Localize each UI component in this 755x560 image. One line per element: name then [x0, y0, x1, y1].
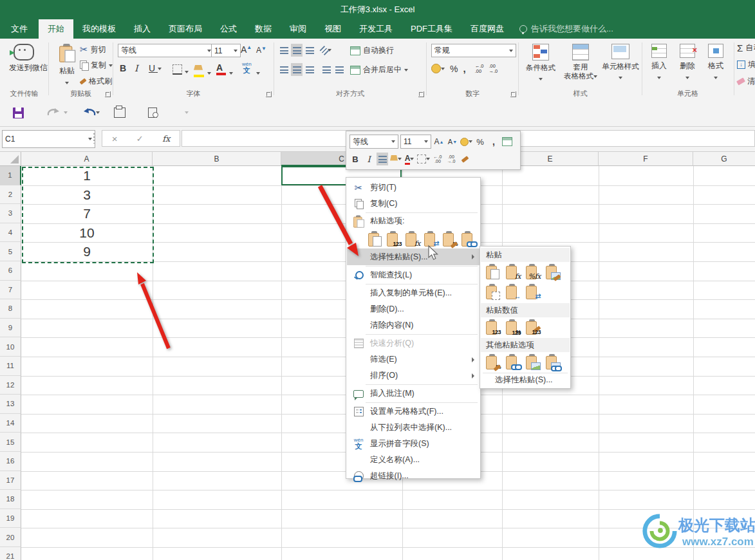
mini-comma-button[interactable]: ,: [488, 135, 499, 148]
gridline-horizontal: [21, 509, 755, 510]
row-header-7[interactable]: 7: [0, 281, 21, 300]
mini-decrease-font-button[interactable]: A▼: [447, 135, 458, 148]
sp-paste[interactable]: [485, 264, 499, 279]
sp-formatting[interactable]: %: [485, 354, 499, 369]
sp-keep-column-widths[interactable]: ↔: [505, 284, 519, 299]
sp-keep-source-formatting[interactable]: [545, 264, 559, 279]
submenu-header-paste-values: 粘贴数值: [481, 303, 570, 317]
row-header-1[interactable]: 1: [0, 166, 21, 185]
sp-values-number-formatting[interactable]: %123: [505, 319, 519, 335]
gridline-vertical: [599, 166, 599, 560]
row-header-12[interactable]: 12: [0, 376, 21, 395]
mini-borders-button[interactable]: [417, 153, 430, 165]
paste-option-formulas[interactable]: fx: [405, 231, 419, 247]
paste-option-transpose[interactable]: ⇄: [424, 231, 438, 247]
menu-item-filter[interactable]: 筛选(E): [347, 351, 480, 368]
row-header-9[interactable]: 9: [0, 319, 21, 338]
cut-icon: ✂: [347, 182, 370, 194]
menu-item-hyperlink[interactable]: 超链接(I)...: [347, 468, 480, 484]
mini-percent-button[interactable]: %: [474, 135, 486, 148]
gridline-vertical: [281, 166, 282, 560]
menu-item-show-phonetic[interactable]: wén文 显示拼音字段(S): [347, 436, 480, 452]
mini-decrease-decimal-button[interactable]: .00→.0: [445, 153, 457, 165]
row-header-14[interactable]: 14: [0, 414, 21, 433]
mini-center-button[interactable]: [377, 153, 388, 165]
row-header-3[interactable]: 3: [0, 204, 21, 223]
mini-font-color-button[interactable]: A: [404, 153, 415, 165]
mini-font-size-select[interactable]: 11: [400, 135, 431, 149]
menu-item-cut[interactable]: ✂ 剪切(T): [347, 180, 480, 196]
mini-format-painter-button[interactable]: [459, 153, 471, 165]
menu-item-define-name[interactable]: 定义名称(A)...: [347, 452, 480, 468]
menu-item-copy[interactable]: 复制(C): [347, 196, 480, 212]
sp-formulas[interactable]: fx: [505, 264, 519, 279]
paste-option-keep-source[interactable]: [368, 231, 382, 247]
row-header-6[interactable]: 6: [0, 261, 21, 281]
mini-font-name-select[interactable]: 等线: [350, 135, 398, 149]
submenu-item-paste-special-dialog[interactable]: 选择性粘贴(S)...: [481, 373, 570, 387]
paste-option-link[interactable]: [461, 231, 475, 247]
menu-item-insert-comment[interactable]: 插入批注(M): [347, 386, 480, 402]
mini-merge-button[interactable]: [501, 135, 513, 148]
row-header-10[interactable]: 10: [0, 337, 21, 357]
row-header-4[interactable]: 4: [0, 223, 21, 243]
row-header-15[interactable]: 15: [0, 433, 21, 452]
row-header-18[interactable]: 18: [0, 490, 21, 509]
menu-item-insert-copied-cells[interactable]: 插入复制的单元格(E)...: [347, 285, 480, 301]
row-header-21[interactable]: 21: [0, 547, 21, 560]
excel-window: 工作簿3.xlsx - Excel 文件 开始 我的模板 插入 页面布局 公式 …: [0, 0, 755, 560]
menu-item-format-cells[interactable]: 设置单元格格式(F)...: [347, 404, 480, 420]
mini-fill-color-button[interactable]: [390, 153, 402, 165]
sp-linked-picture[interactable]: [545, 354, 559, 369]
mini-toolbar: 等线 11 A▲ A▼ % , B I A ←.0.00: [346, 131, 521, 170]
menu-item-delete[interactable]: 删除(D)...: [347, 301, 480, 317]
menu-item-sort[interactable]: 排序(O): [347, 368, 480, 384]
watermark-site-name: 极光下载站: [678, 515, 755, 536]
menu-item-pick-from-list[interactable]: 从下拉列表中选择(K)...: [347, 420, 480, 436]
comment-icon: [347, 390, 370, 398]
row-header-11[interactable]: 11: [0, 357, 21, 376]
phonetic-icon: wén文: [347, 438, 370, 450]
sp-formulas-number-formatting[interactable]: %fx: [525, 264, 539, 279]
sp-paste-link[interactable]: [505, 354, 519, 369]
context-menu: ✂ 剪切(T) 复制(C) 粘贴选项: 123 fx ⇄ % 选择性粘贴(S): [346, 177, 481, 479]
sp-picture[interactable]: [525, 354, 539, 369]
row-header-13[interactable]: 13: [0, 395, 21, 414]
sp-values[interactable]: 123: [485, 319, 499, 335]
quick-analysis-icon: [347, 339, 370, 348]
paste-special-submenu: 粘贴 fx %fx ↔ ⇄ 粘贴数值 123 %123 123 其他粘贴选项 %…: [480, 246, 571, 389]
copy-selection-ants: [22, 167, 154, 263]
mini-italic-button[interactable]: I: [363, 153, 375, 165]
row-header-16[interactable]: 16: [0, 452, 21, 471]
mini-increase-decimal-button[interactable]: ←.0.00: [432, 153, 443, 165]
smart-lookup-icon: [347, 271, 370, 280]
mini-bold-button[interactable]: B: [350, 153, 361, 165]
submenu-arrow-icon: [472, 254, 474, 259]
row-header-8[interactable]: 8: [0, 299, 21, 319]
sp-values-source-formatting[interactable]: 123: [525, 319, 539, 335]
row-header-5[interactable]: 5: [0, 242, 21, 261]
menu-item-smart-lookup[interactable]: 智能查找(L): [347, 267, 480, 283]
format-cells-dialog-icon: [347, 407, 370, 416]
sp-no-borders[interactable]: [485, 284, 499, 299]
mini-accounting-button[interactable]: [460, 135, 472, 148]
paste-options-icon-row: 123 fx ⇄ %: [347, 229, 480, 248]
row-header-2[interactable]: 2: [0, 185, 21, 205]
menu-item-quick-analysis: 快速分析(Q): [347, 335, 480, 351]
sp-transpose[interactable]: ⇄: [525, 284, 539, 299]
menu-item-paste-options: 粘贴选项:: [347, 213, 480, 229]
watermark: 极光下载站 www.xz7.com: [641, 512, 755, 560]
paste-option-values[interactable]: 123: [386, 231, 400, 247]
paste-option-formatting[interactable]: %: [442, 231, 456, 247]
gridline-vertical: [693, 166, 694, 560]
copy-icon: [347, 199, 370, 209]
row-header-20[interactable]: 20: [0, 528, 21, 547]
mini-increase-font-button[interactable]: A▲: [433, 135, 445, 148]
row-header-17[interactable]: 17: [0, 471, 21, 490]
row-header-19[interactable]: 19: [0, 509, 21, 528]
watermark-logo-icon: [641, 512, 678, 550]
menu-item-paste-special[interactable]: 选择性粘贴(S)...: [347, 248, 480, 265]
menu-item-clear-contents[interactable]: 清除内容(N): [347, 317, 480, 333]
hyperlink-icon: [347, 471, 370, 481]
submenu-header-paste: 粘贴: [481, 248, 570, 262]
